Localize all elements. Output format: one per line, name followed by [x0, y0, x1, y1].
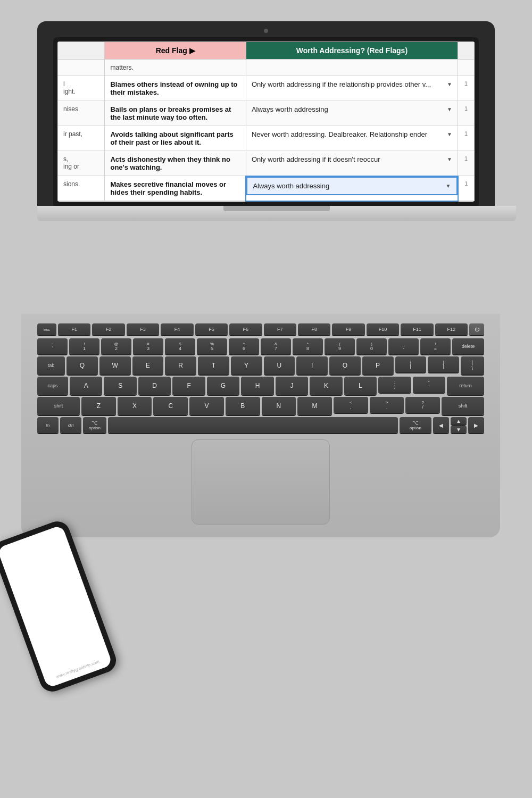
- trackpad[interactable]: [192, 439, 330, 525]
- key-8[interactable]: *8: [293, 338, 323, 354]
- key-power[interactable]: ⏻: [469, 323, 484, 335]
- key-f11[interactable]: F11: [401, 323, 433, 335]
- key-semicolon[interactable]: :;: [378, 377, 411, 393]
- key-ctrl[interactable]: ctrl: [60, 417, 81, 433]
- key-d[interactable]: D: [138, 377, 171, 395]
- key-i[interactable]: I: [296, 356, 328, 375]
- key-arrow-right[interactable]: ▶: [468, 417, 484, 433]
- key-e[interactable]: E: [132, 356, 164, 375]
- key-slash[interactable]: ?/: [405, 397, 440, 413]
- key-option-right[interactable]: ⌥ option: [400, 417, 431, 433]
- screen-lid: Red Flag ▶ Worth Addressing? (Red Flags)…: [37, 21, 495, 206]
- key-5[interactable]: %5: [197, 338, 227, 354]
- key-f3[interactable]: F3: [127, 323, 159, 335]
- key-option-left[interactable]: ⌥ option: [83, 417, 106, 433]
- dropdown-arrow-2[interactable]: ▼: [447, 131, 452, 137]
- key-lbracket[interactable]: {[: [395, 356, 427, 372]
- dropdown-arrow-4[interactable]: ▼: [446, 183, 451, 189]
- key-f2[interactable]: F2: [92, 323, 124, 335]
- key-backslash[interactable]: |\: [461, 356, 484, 375]
- screen-content: Red Flag ▶ Worth Addressing? (Red Flags)…: [57, 41, 475, 202]
- table-row: l ight. Blames others instead of owning …: [58, 76, 475, 101]
- key-f1[interactable]: F1: [58, 323, 90, 335]
- laptop-base: [37, 206, 516, 221]
- key-l[interactable]: L: [344, 377, 377, 395]
- key-shift-left[interactable]: shift: [37, 397, 80, 415]
- table-row: nises Bails on plans or breaks promises …: [58, 101, 475, 126]
- key-y[interactable]: Y: [231, 356, 262, 375]
- key-return[interactable]: return: [447, 377, 484, 395]
- scene: Red Flag ▶ Worth Addressing? (Red Flags)…: [0, 0, 532, 798]
- key-tab[interactable]: tab: [37, 356, 65, 375]
- key-p[interactable]: P: [362, 356, 394, 375]
- key-2[interactable]: @2: [101, 338, 131, 354]
- key-q[interactable]: Q: [66, 356, 98, 375]
- key-arrow-up[interactable]: ▲: [451, 417, 467, 425]
- key-arrow-down[interactable]: ▼: [451, 426, 467, 433]
- key-a[interactable]: A: [70, 377, 102, 395]
- key-f9[interactable]: F9: [332, 323, 364, 335]
- key-c[interactable]: C: [153, 397, 188, 415]
- key-g[interactable]: G: [207, 377, 239, 395]
- key-fn[interactable]: fn: [37, 417, 59, 433]
- key-o[interactable]: O: [329, 356, 361, 375]
- key-j[interactable]: J: [276, 377, 308, 395]
- key-9[interactable]: (9: [325, 338, 355, 354]
- key-z[interactable]: Z: [81, 397, 116, 415]
- key-h[interactable]: H: [241, 377, 273, 395]
- dropdown-value-2: Never worth addressing. Dealbreaker. Rel…: [252, 130, 427, 138]
- key-w[interactable]: W: [99, 356, 131, 375]
- key-k[interactable]: K: [310, 377, 342, 395]
- trackpad-row: [37, 439, 484, 525]
- key-delete[interactable]: delete: [452, 338, 484, 354]
- key-f4[interactable]: F4: [161, 323, 193, 335]
- key-f5[interactable]: F5: [195, 323, 228, 335]
- key-comma[interactable]: <,: [334, 397, 368, 413]
- worth-cell-3[interactable]: Only worth addressing if it doesn't reoc…: [246, 151, 458, 176]
- key-3[interactable]: #3: [133, 338, 163, 354]
- key-rbracket[interactable]: }]: [428, 356, 459, 372]
- worth-cell-1[interactable]: Always worth addressing ▼: [246, 101, 458, 126]
- key-f6[interactable]: F6: [229, 323, 262, 335]
- key-quote[interactable]: "': [413, 377, 445, 393]
- key-space[interactable]: [108, 417, 398, 433]
- key-u[interactable]: U: [264, 356, 295, 375]
- key-esc[interactable]: esc: [37, 323, 56, 335]
- key-m[interactable]: M: [297, 397, 332, 415]
- key-f7[interactable]: F7: [264, 323, 296, 335]
- key-t[interactable]: T: [198, 356, 229, 375]
- key-4[interactable]: $4: [165, 338, 195, 354]
- key-f10[interactable]: F10: [367, 323, 399, 335]
- key-x[interactable]: X: [118, 397, 152, 415]
- num-cell-3: 1: [458, 151, 475, 176]
- key-b[interactable]: B: [226, 397, 260, 415]
- key-equals[interactable]: +=: [420, 338, 451, 354]
- worth-cell-0[interactable]: Only worth addressing if the relationshi…: [246, 76, 458, 101]
- key-f[interactable]: F: [172, 377, 205, 395]
- dropdown-arrow-0[interactable]: ▼: [447, 81, 452, 87]
- worth-cell-2[interactable]: Never worth addressing. Dealbreaker. Rel…: [246, 126, 458, 151]
- dropdown-arrow-3[interactable]: ▼: [447, 156, 452, 162]
- key-6[interactable]: ^6: [229, 338, 259, 354]
- key-f12[interactable]: F12: [435, 323, 468, 335]
- dropdown-value-3: Only worth addressing if it doesn't reoc…: [252, 155, 380, 163]
- key-backtick[interactable]: ~`: [37, 338, 68, 354]
- key-period[interactable]: >.: [370, 397, 404, 413]
- key-7[interactable]: &7: [261, 338, 291, 354]
- key-arrow-left[interactable]: ◀: [433, 417, 449, 433]
- num-cell-4: 1: [458, 176, 475, 201]
- key-minus[interactable]: _-: [388, 338, 419, 354]
- key-0[interactable]: )0: [356, 338, 387, 354]
- stub-cell-3: s, ing or: [58, 151, 105, 176]
- key-s[interactable]: S: [104, 377, 136, 395]
- dropdown-arrow-1[interactable]: ▼: [447, 106, 452, 112]
- worth-cell-4[interactable]: Always worth addressing ▼: [246, 176, 458, 201]
- phone-url: www.reallygreatsite.com: [55, 659, 100, 679]
- key-r[interactable]: R: [165, 356, 196, 375]
- key-1[interactable]: !1: [69, 338, 99, 354]
- key-capslock[interactable]: caps: [37, 377, 68, 395]
- key-v[interactable]: V: [189, 397, 224, 415]
- key-shift-right[interactable]: shift: [442, 397, 484, 415]
- key-n[interactable]: N: [262, 397, 296, 415]
- key-f8[interactable]: F8: [298, 323, 330, 335]
